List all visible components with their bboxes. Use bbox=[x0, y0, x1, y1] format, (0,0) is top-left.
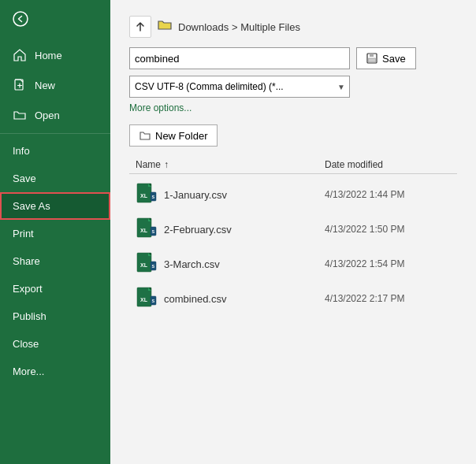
sidebar-item-print-label: Print bbox=[13, 228, 34, 239]
sidebar-item-info-label: Info bbox=[13, 145, 30, 157]
sidebar-item-print[interactable]: Print bbox=[0, 220, 110, 247]
svg-point-0 bbox=[13, 12, 28, 26]
format-select[interactable]: CSV UTF-8 (Comma delimited) (*... Excel … bbox=[129, 76, 350, 98]
save-icon bbox=[366, 53, 377, 64]
sidebar-separator-1 bbox=[0, 133, 110, 134]
sidebar: Home New Open Info Save Save As Print bbox=[0, 0, 110, 464]
sidebar-item-close-label: Close bbox=[13, 338, 39, 350]
file-date: 4/13/2022 1:54 PM bbox=[325, 258, 451, 269]
home-icon bbox=[13, 48, 27, 62]
new-folder-button-label: New Folder bbox=[155, 130, 207, 142]
folder-icon bbox=[158, 19, 172, 35]
more-options-link[interactable]: More options... bbox=[129, 102, 457, 113]
column-name-label: Name bbox=[136, 159, 161, 170]
format-select-wrapper: CSV UTF-8 (Comma delimited) (*... Excel … bbox=[129, 76, 350, 98]
sidebar-item-more[interactable]: More... bbox=[0, 358, 110, 385]
column-header-date[interactable]: Date modified bbox=[325, 159, 451, 170]
up-arrow-icon bbox=[135, 21, 146, 32]
new-icon bbox=[13, 78, 27, 92]
file-icon: XL S bbox=[136, 218, 158, 240]
breadcrumb-row: Downloads > Multiple Files bbox=[129, 16, 457, 38]
table-row[interactable]: XL S combined.csv 4/13/2022 2:17 PM bbox=[129, 281, 457, 316]
column-header-name[interactable]: Name ↑ bbox=[136, 159, 325, 170]
svg-text:S: S bbox=[152, 195, 155, 199]
file-date: 4/13/2022 1:44 PM bbox=[325, 189, 451, 200]
svg-text:XL: XL bbox=[140, 262, 148, 268]
open-icon bbox=[13, 108, 27, 122]
breadcrumb-up-button[interactable] bbox=[129, 16, 151, 38]
sidebar-item-save-label: Save bbox=[13, 173, 36, 184]
svg-rect-3 bbox=[370, 54, 374, 57]
sidebar-item-export[interactable]: Export bbox=[0, 275, 110, 303]
svg-text:XL: XL bbox=[140, 193, 148, 199]
sidebar-item-save-as-label: Save As bbox=[13, 200, 50, 212]
sidebar-item-home-label: Home bbox=[35, 50, 62, 61]
sidebar-item-save-as[interactable]: Save As bbox=[0, 192, 110, 220]
sidebar-item-share-label: Share bbox=[13, 255, 40, 267]
file-date: 4/13/2022 1:50 PM bbox=[325, 224, 451, 235]
sidebar-item-home[interactable]: Home bbox=[0, 40, 110, 70]
file-name: 3-March.csv bbox=[164, 258, 325, 270]
file-list: XL S 1-January.csv 4/13/2022 1:44 PM XL … bbox=[129, 177, 457, 316]
svg-text:S: S bbox=[152, 229, 155, 234]
file-date: 4/13/2022 2:17 PM bbox=[325, 293, 451, 304]
new-folder-button[interactable]: New Folder bbox=[129, 124, 218, 147]
svg-text:S: S bbox=[152, 264, 155, 269]
sidebar-item-publish-label: Publish bbox=[13, 310, 46, 322]
sidebar-item-new-label: New bbox=[35, 80, 55, 91]
sidebar-item-publish[interactable]: Publish bbox=[0, 303, 110, 330]
sidebar-item-open-label: Open bbox=[35, 110, 60, 121]
file-icon: XL S bbox=[136, 253, 158, 275]
file-icon: XL S bbox=[136, 288, 158, 310]
file-name: 1-January.csv bbox=[164, 189, 325, 201]
sidebar-item-info[interactable]: Info bbox=[0, 137, 110, 165]
file-icon: XL S bbox=[136, 184, 158, 206]
main-content: Downloads > Multiple Files Save CSV UTF-… bbox=[110, 0, 476, 464]
sidebar-item-close[interactable]: Close bbox=[0, 330, 110, 358]
format-row: CSV UTF-8 (Comma delimited) (*... Excel … bbox=[129, 76, 457, 98]
sidebar-item-export-label: Export bbox=[13, 283, 43, 295]
sidebar-item-more-label: More... bbox=[13, 366, 44, 377]
sort-indicator: ↑ bbox=[164, 159, 169, 170]
breadcrumb-path: Downloads > Multiple Files bbox=[178, 21, 300, 33]
sidebar-item-open[interactable]: Open bbox=[0, 100, 110, 130]
svg-text:XL: XL bbox=[140, 228, 148, 233]
sidebar-item-new[interactable]: New bbox=[0, 70, 110, 100]
table-row[interactable]: XL S 1-January.csv 4/13/2022 1:44 PM bbox=[129, 177, 457, 212]
sidebar-item-share[interactable]: Share bbox=[0, 247, 110, 275]
svg-text:S: S bbox=[152, 299, 155, 303]
new-folder-icon bbox=[139, 131, 151, 141]
filename-row: Save bbox=[129, 47, 457, 69]
svg-text:XL: XL bbox=[140, 297, 148, 303]
sidebar-item-save[interactable]: Save bbox=[0, 165, 110, 192]
back-button[interactable] bbox=[0, 0, 110, 40]
table-row[interactable]: XL S 2-February.csv 4/13/2022 1:50 PM bbox=[129, 212, 457, 247]
file-name: combined.csv bbox=[164, 293, 325, 305]
svg-rect-4 bbox=[368, 58, 376, 62]
save-button-label: Save bbox=[382, 53, 406, 65]
table-row[interactable]: XL S 3-March.csv 4/13/2022 1:54 PM bbox=[129, 247, 457, 281]
file-list-header: Name ↑ Date modified bbox=[129, 156, 457, 174]
filename-input[interactable] bbox=[129, 47, 350, 69]
file-name: 2-February.csv bbox=[164, 224, 325, 236]
save-button[interactable]: Save bbox=[356, 47, 416, 69]
